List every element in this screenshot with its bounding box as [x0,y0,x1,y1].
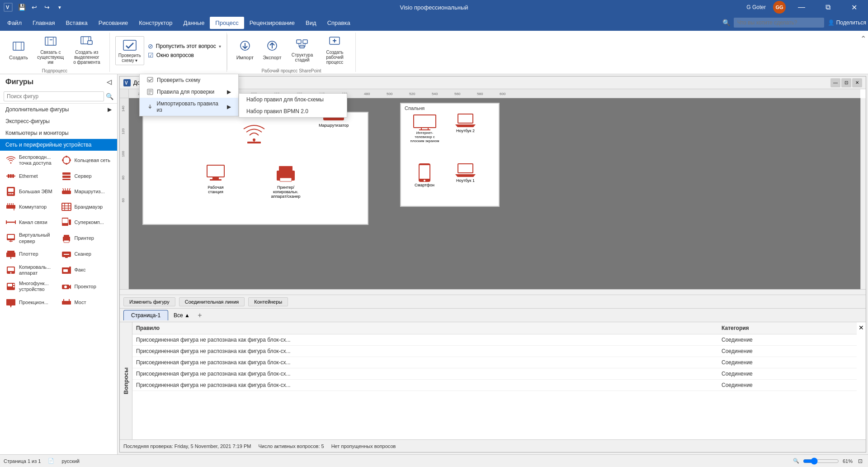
menu-file[interactable]: Файл [2,17,27,29]
restore-button[interactable]: ⧉ [817,0,838,14]
page-tab-all[interactable]: Все ▲ [170,310,193,320]
laptop1-shape[interactable]: Ноутбук 1 [455,162,476,183]
fit-page-button[interactable]: ⊡ [856,457,864,465]
shapes-categories: Дополнительные фигуры ▶ Экспресс-фигуры … [0,104,117,454]
link-subprocess-button[interactable]: Связать с существующим [33,33,68,67]
app-icon[interactable]: V [4,3,13,12]
shape-switch[interactable]: Коммутатор [4,200,58,214]
submenu-flowchart-rules[interactable]: Набор правил для блок-схемы [239,94,347,105]
shapes-search-input[interactable] [4,91,104,101]
create-workflow-label: Создать рабочий процесс [323,50,346,65]
create-subprocess-button[interactable]: Создать [5,38,32,62]
propustit-checkbox-row[interactable]: ⊘ Пропустить этот вопрос ▾ [148,43,221,50]
workstation-shape[interactable]: Рабочая станция [202,162,229,194]
save-button[interactable]: 💾 [16,2,27,13]
shape-ethernet[interactable]: Ethernet [4,169,58,183]
shape-mainframe[interactable]: Большая ЭВМ [4,184,58,199]
printer-shape[interactable]: Принтер/копировальн. аппарат/сканер [270,162,302,199]
questions-close-button[interactable]: ✕ [857,322,866,439]
shape-screen[interactable]: Проекцион... [4,295,58,310]
menu-home[interactable]: Главная [27,17,60,29]
wifi-shape[interactable] [243,122,265,144]
table-row[interactable]: Присоединенная фигура не распознана как … [132,346,857,357]
shapes-category-additional[interactable]: Дополнительные фигуры ▶ [0,104,117,115]
share-button[interactable]: 👤 Поделиться [828,19,866,26]
shape-scanner[interactable]: Сканер [59,247,114,262]
doc-restore-button[interactable]: ⊡ [841,78,851,87]
menu-constructor[interactable]: Конструктор [133,17,178,29]
table-row[interactable]: Присоединенная фигура не распознана как … [132,380,857,391]
shape-printer[interactable]: Принтер [59,230,114,246]
menu-review[interactable]: Рецензирование [244,17,300,29]
shape-plotter[interactable]: Плоттер [4,247,58,262]
close-button[interactable]: ✕ [844,0,864,14]
dropdown-rules-arrow: ▶ [227,89,231,95]
laptop2-shape[interactable]: Ноутбук 2 [455,113,476,133]
svg-rect-130 [279,166,292,171]
export-button[interactable]: Экспорт [259,38,285,62]
vscrollbar[interactable] [860,98,866,289]
undo-button[interactable]: ↩ [29,2,40,13]
table-row[interactable]: Присоединенная фигура не распознана как … [132,334,857,346]
shape-router[interactable]: Маршрутиз... [59,184,114,199]
menu-help[interactable]: Справка [322,17,356,29]
shape-ring[interactable]: Кольцевая сеть [59,152,114,168]
change-shape-button[interactable]: Изменить фигуру [123,297,175,306]
structure-button[interactable]: Структура стадий [287,35,317,64]
menu-data[interactable]: Данные [178,17,210,29]
add-page-button[interactable]: + [195,311,204,320]
page-tab-1[interactable]: Страница-1 [123,310,168,320]
smartphone-shape[interactable]: Смартфон [415,162,434,187]
menu-insert[interactable]: Вставка [60,17,93,29]
shape-copier[interactable]: Копироваль... аппарат [4,262,58,278]
questions-table[interactable]: Правило Категория Присоединенная фигура … [132,322,857,439]
dropdown-import-rules[interactable]: Импортировать правила из ▶ [140,98,238,116]
shapes-category-network[interactable]: Сеть и периферийные устройства [0,139,117,151]
dropdown-check-schema[interactable]: Проверить схему [140,74,238,86]
menu-search-input[interactable] [734,18,824,28]
svg-rect-41 [8,188,14,192]
menu-process[interactable]: Процесс [210,17,244,29]
create-workflow-button[interactable]: Создать рабочий процесс [319,33,350,67]
canvas-scroll[interactable]: Рабочая станция Принтер/копировальн. апп… [129,98,860,289]
zoom-slider[interactable] [803,457,839,465]
shape-firewall-label: Брандмауэр [75,204,103,210]
table-row[interactable]: Присоединенная фигура не распознана как … [132,357,857,368]
doc-close-button[interactable]: ✕ [852,78,862,87]
shapes-category-express[interactable]: Экспресс-фигуры [0,115,117,127]
table-row[interactable]: Присоединенная фигура не распознана как … [132,368,857,380]
shape-projector[interactable]: Проектор [59,279,114,294]
user-avatar[interactable]: GG [773,1,786,14]
tv-shape[interactable]: Интернет-телевизор с плоским экраном [410,113,439,143]
shape-channel[interactable]: Канал связи [4,215,58,229]
shape-mfp[interactable]: Многофунк... устройство [4,279,58,294]
create-from-subprocess-button[interactable]: Создать из выделенного фрагмента [70,33,104,67]
hscrollbar[interactable] [120,289,866,295]
create-from-icon [80,34,93,49]
okno-checkbox-row[interactable]: ☑ Окно вопросов [148,52,221,59]
quickaccess-more-button[interactable]: ▼ [54,2,65,13]
shapes-search-icon[interactable]: 🔍 [106,93,113,100]
redo-button[interactable]: ↪ [42,2,52,13]
connector-button[interactable]: Соединительная линия [179,297,245,306]
title-bar-right: G Goter GG — ⧉ ✕ [746,0,864,14]
ribbon-collapse-button[interactable]: ⌃ [860,34,866,43]
shape-firewall[interactable]: Брандмауэр [59,200,114,214]
doc-minimize-button[interactable]: — [830,78,840,87]
menu-view[interactable]: Вид [300,17,322,29]
shape-fax[interactable]: Факс [59,262,114,278]
shape-vserver[interactable]: Виртуальный сервер [4,230,58,246]
shape-supercomp[interactable]: Суперкомп... [59,215,114,229]
shape-server[interactable]: Сервер [59,169,114,183]
menu-draw[interactable]: Рисование [93,17,133,29]
shapes-collapse-button[interactable]: ◁ [107,78,112,86]
minimize-button[interactable]: — [791,0,812,14]
dropdown-rules[interactable]: Правила для проверки ▶ [140,86,238,98]
import-button[interactable]: Импорт [233,38,257,62]
submenu-bpmn-rules[interactable]: Набор правил BPMN 2.0 [239,105,347,117]
proverit-button[interactable]: Проверить схему ▾ [115,36,144,65]
shapes-category-computers[interactable]: Компьютеры и мониторы [0,127,117,139]
shape-bridge[interactable]: Мост [59,295,114,310]
shape-wifi[interactable]: Беспроводн... точка доступа [4,152,58,168]
container-button[interactable]: Контейнеры [248,297,288,306]
